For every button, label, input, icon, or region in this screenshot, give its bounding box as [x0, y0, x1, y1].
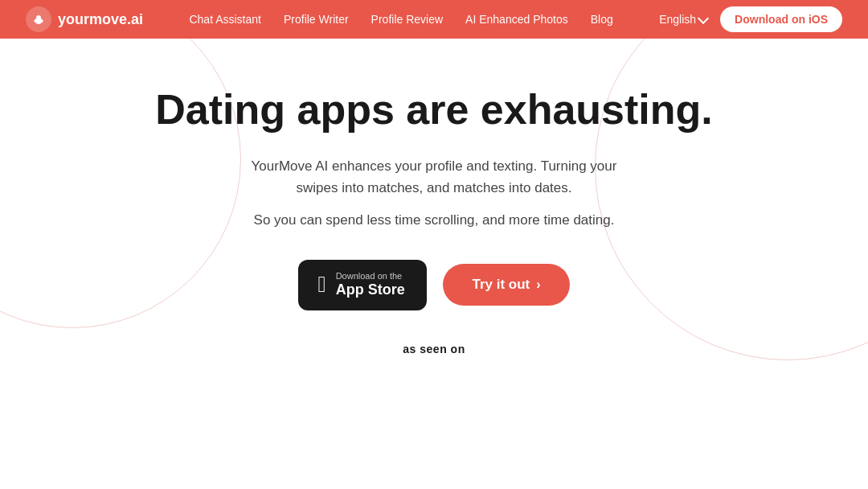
navbar-right: English Download on iOS	[659, 6, 842, 32]
nav-ai-enhanced-photos[interactable]: AI Enhanced Photos	[465, 13, 568, 26]
nav-profile-writer[interactable]: Profile Writer	[284, 13, 349, 26]
nav-profile-review[interactable]: Profile Review	[371, 13, 443, 26]
navbar: yourmove.ai Chat Assistant Profile Write…	[0, 0, 868, 39]
apple-icon: 	[317, 273, 326, 296]
logo-text: yourmove.ai	[58, 11, 143, 28]
app-store-top-label: Download on the	[336, 271, 405, 281]
as-seen-on-label: as seen on	[403, 343, 465, 355]
try-btn-label: Try it out	[472, 277, 530, 293]
app-store-button[interactable]:  Download on the App Store	[298, 260, 427, 310]
logo[interactable]: yourmove.ai	[26, 6, 143, 32]
logo-icon	[26, 6, 51, 32]
download-ios-button[interactable]: Download on iOS	[720, 6, 842, 32]
language-label: English	[659, 13, 696, 26]
nav-chat-assistant[interactable]: Chat Assistant	[189, 13, 261, 26]
hero-buttons:  Download on the App Store Try it out ›	[298, 260, 569, 310]
nav-blog[interactable]: Blog	[591, 13, 613, 26]
language-selector[interactable]: English	[659, 13, 707, 26]
chevron-down-icon	[698, 12, 709, 23]
hero-subtext-1: YourMove AI enhances your profile and te…	[252, 155, 617, 199]
app-store-bottom-label: App Store	[336, 281, 405, 299]
app-store-text: Download on the App Store	[336, 271, 405, 299]
try-it-out-button[interactable]: Try it out ›	[443, 264, 569, 306]
svg-point-1	[36, 15, 41, 20]
navbar-links: Chat Assistant Profile Writer Profile Re…	[143, 13, 659, 26]
decorative-circle-left	[0, 39, 241, 328]
hero-headline: Dating apps are exhausting.	[155, 87, 713, 133]
try-arrow-icon: ›	[536, 277, 540, 292]
hero-section: Dating apps are exhausting. YourMove AI …	[0, 39, 868, 372]
hero-subtext-2: So you can spend less time scrolling, an…	[254, 209, 615, 231]
